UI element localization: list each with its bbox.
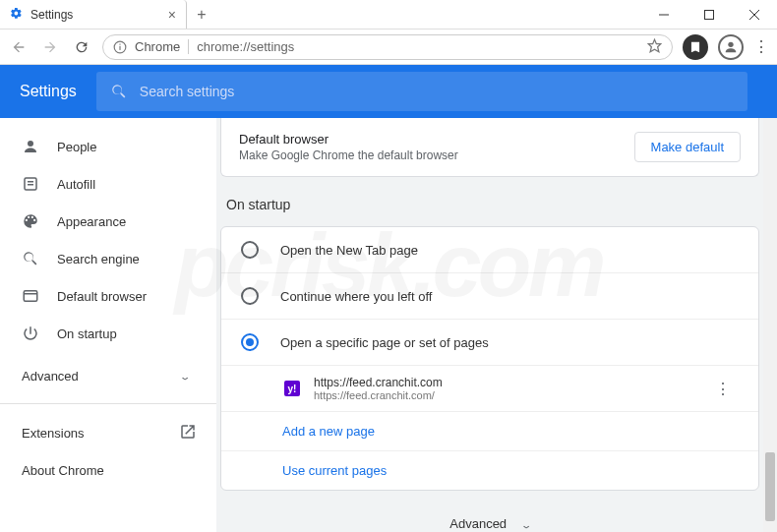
- startup-page-url: https://feed.cranchit.com/: [314, 389, 443, 401]
- svg-rect-5: [119, 45, 120, 49]
- sidebar-item-label: People: [57, 140, 216, 154]
- back-button[interactable]: [8, 39, 30, 55]
- settings-sidebar: People Autofill Appearance Search engine…: [0, 118, 216, 532]
- browser-tab[interactable]: Settings ×: [0, 0, 187, 29]
- new-tab-button[interactable]: +: [187, 0, 216, 29]
- scrollbar-thumb[interactable]: [765, 452, 775, 521]
- sidebar-item-appearance[interactable]: Appearance: [0, 203, 216, 240]
- window-controls: [641, 0, 777, 29]
- forward-button[interactable]: [39, 39, 61, 55]
- settings-title: Settings: [20, 83, 77, 100]
- search-icon: [22, 250, 39, 267]
- svg-marker-7: [648, 39, 661, 52]
- default-browser-sub: Make Google Chrome the default browser: [239, 148, 458, 162]
- radio-selected-icon: [241, 333, 259, 351]
- svg-rect-1: [705, 10, 714, 19]
- sidebar-item-label: Advanced: [22, 369, 163, 384]
- sidebar-extensions[interactable]: Extensions: [0, 414, 216, 451]
- browser-icon: [22, 287, 39, 305]
- svg-point-8: [728, 41, 733, 46]
- svg-rect-13: [24, 291, 37, 302]
- settings-header: Settings Search settings: [0, 65, 777, 118]
- sidebar-item-default-browser[interactable]: Default browser: [0, 277, 216, 315]
- on-startup-card: Open the New Tab page Continue where you…: [220, 226, 759, 491]
- address-bar: Chrome chrome://settings ⋮: [0, 30, 777, 65]
- reload-button[interactable]: [71, 39, 92, 55]
- sidebar-item-label: Appearance: [57, 214, 216, 229]
- browser-menu-icon[interactable]: ⋮: [753, 37, 769, 56]
- search-placeholder: Search settings: [140, 84, 235, 99]
- option-label: Open the New Tab page: [280, 243, 418, 258]
- minimize-button[interactable]: [641, 0, 687, 29]
- default-browser-card: Default browser Make Google Chrome the d…: [220, 118, 759, 177]
- svg-rect-6: [119, 43, 120, 44]
- add-new-page-link[interactable]: Add a new page: [221, 412, 758, 451]
- power-icon: [22, 325, 39, 342]
- more-options-icon[interactable]: ⋮: [715, 380, 731, 398]
- default-browser-heading: Default browser: [239, 132, 458, 147]
- scrollbar[interactable]: [763, 118, 777, 532]
- radio-icon: [241, 241, 259, 259]
- chevron-down-icon: ⌃: [179, 371, 190, 382]
- sidebar-advanced[interactable]: Advanced ⌃: [0, 360, 216, 397]
- make-default-button[interactable]: Make default: [634, 132, 741, 162]
- bookmark-star-icon[interactable]: [647, 38, 662, 56]
- startup-page-entry: y! https://feed.cranchit.com https://fee…: [221, 366, 758, 412]
- on-startup-heading: On startup: [226, 197, 759, 212]
- startup-page-title: https://feed.cranchit.com: [314, 376, 443, 389]
- sidebar-item-on-startup[interactable]: On startup: [0, 315, 216, 352]
- close-tab-icon[interactable]: ×: [168, 7, 176, 23]
- sidebar-item-label: Autofill: [57, 177, 216, 192]
- startup-option-newtab[interactable]: Open the New Tab page: [221, 227, 758, 273]
- maximize-button[interactable]: [687, 0, 732, 29]
- divider: [0, 403, 216, 404]
- sidebar-about-chrome[interactable]: About Chrome: [0, 451, 216, 489]
- window-titlebar: Settings × +: [0, 0, 777, 30]
- search-settings-input[interactable]: Search settings: [96, 72, 747, 111]
- external-link-icon: [179, 423, 197, 443]
- option-label: Continue where you left off: [280, 289, 432, 304]
- sidebar-item-label: On startup: [57, 326, 216, 341]
- startup-option-specific[interactable]: Open a specific page or set of pages: [221, 320, 758, 366]
- url-field[interactable]: Chrome chrome://settings: [102, 34, 673, 60]
- palette-icon: [22, 212, 39, 230]
- gear-icon: [10, 7, 23, 23]
- sidebar-item-autofill[interactable]: Autofill: [0, 165, 216, 203]
- url-text: chrome://settings: [197, 39, 294, 54]
- tab-title: Settings: [30, 8, 73, 22]
- radio-icon: [241, 287, 259, 305]
- sidebar-item-label: About Chrome: [22, 463, 216, 478]
- person-icon: [22, 138, 39, 155]
- close-window-button[interactable]: [732, 0, 777, 29]
- svg-point-9: [28, 141, 33, 147]
- profile-icon[interactable]: [718, 34, 744, 60]
- sidebar-item-search-engine[interactable]: Search engine: [0, 240, 216, 277]
- search-icon: [110, 83, 128, 100]
- use-current-pages-link[interactable]: Use current pages: [221, 451, 758, 490]
- chevron-down-icon: ⌃: [520, 519, 531, 530]
- extension-icon[interactable]: [683, 34, 708, 60]
- sidebar-item-label: Search engine: [57, 252, 216, 266]
- startup-option-continue[interactable]: Continue where you left off: [221, 273, 758, 320]
- favicon-icon: y!: [284, 381, 300, 396]
- site-info-icon: [113, 40, 127, 54]
- sidebar-item-people[interactable]: People: [0, 128, 216, 165]
- url-scheme: Chrome: [135, 39, 189, 54]
- advanced-label: Advanced: [449, 516, 507, 531]
- autofill-icon: [22, 175, 39, 193]
- settings-main: Default browser Make Google Chrome the d…: [216, 118, 777, 532]
- sidebar-item-label: Default browser: [57, 289, 216, 304]
- option-label: Open a specific page or set of pages: [280, 335, 489, 350]
- sidebar-item-label: Extensions: [22, 426, 161, 441]
- advanced-footer[interactable]: Advanced ⌃: [220, 516, 759, 531]
